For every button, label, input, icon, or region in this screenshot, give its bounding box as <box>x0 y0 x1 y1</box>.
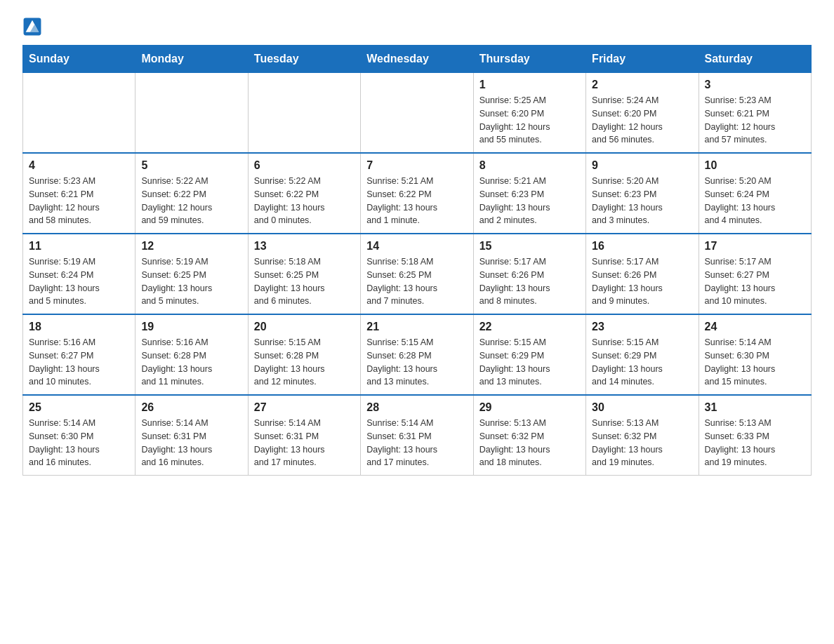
day-info: Sunrise: 5:14 AM Sunset: 6:30 PM Dayligh… <box>29 417 129 469</box>
day-number: 22 <box>479 321 580 333</box>
day-info: Sunrise: 5:23 AM Sunset: 6:21 PM Dayligh… <box>705 94 805 147</box>
calendar-day-18: 18Sunrise: 5:16 AM Sunset: 6:27 PM Dayli… <box>23 314 135 395</box>
calendar-day-6: 6Sunrise: 5:22 AM Sunset: 6:22 PM Daylig… <box>248 153 360 234</box>
calendar-day-11: 11Sunrise: 5:19 AM Sunset: 6:24 PM Dayli… <box>23 234 135 314</box>
calendar-day-7: 7Sunrise: 5:21 AM Sunset: 6:22 PM Daylig… <box>361 153 473 234</box>
calendar-day-17: 17Sunrise: 5:17 AM Sunset: 6:27 PM Dayli… <box>699 234 811 314</box>
calendar-day-25: 25Sunrise: 5:14 AM Sunset: 6:30 PM Dayli… <box>23 395 135 476</box>
day-number: 21 <box>366 321 467 333</box>
weekday-header-friday: Friday <box>586 46 699 73</box>
day-number: 13 <box>254 240 355 253</box>
calendar-day-1: 1Sunrise: 5:25 AM Sunset: 6:20 PM Daylig… <box>473 73 585 154</box>
logo <box>22 17 45 36</box>
calendar-table: SundayMondayTuesdayWednesdayThursdayFrid… <box>22 45 812 476</box>
logo-icon <box>22 17 42 36</box>
day-number: 11 <box>29 240 129 253</box>
day-info: Sunrise: 5:15 AM Sunset: 6:28 PM Dayligh… <box>366 336 467 389</box>
calendar-day-14: 14Sunrise: 5:18 AM Sunset: 6:25 PM Dayli… <box>361 234 473 314</box>
day-number: 6 <box>254 159 355 172</box>
calendar-week-row: 11Sunrise: 5:19 AM Sunset: 6:24 PM Dayli… <box>23 234 812 314</box>
day-info: Sunrise: 5:17 AM Sunset: 6:27 PM Dayligh… <box>705 255 805 308</box>
day-number: 5 <box>141 159 241 172</box>
calendar-day-29: 29Sunrise: 5:13 AM Sunset: 6:32 PM Dayli… <box>473 395 585 476</box>
day-number: 17 <box>705 240 805 253</box>
calendar-day-5: 5Sunrise: 5:22 AM Sunset: 6:22 PM Daylig… <box>135 153 248 234</box>
calendar-day-26: 26Sunrise: 5:14 AM Sunset: 6:31 PM Dayli… <box>135 395 248 476</box>
calendar-day-empty <box>135 73 248 154</box>
calendar-day-23: 23Sunrise: 5:15 AM Sunset: 6:29 PM Dayli… <box>586 314 699 395</box>
weekday-header-tuesday: Tuesday <box>248 46 360 73</box>
day-info: Sunrise: 5:23 AM Sunset: 6:21 PM Dayligh… <box>29 175 129 227</box>
day-info: Sunrise: 5:13 AM Sunset: 6:32 PM Dayligh… <box>479 417 580 469</box>
calendar-day-31: 31Sunrise: 5:13 AM Sunset: 6:33 PM Dayli… <box>699 395 811 476</box>
calendar-week-row: 25Sunrise: 5:14 AM Sunset: 6:30 PM Dayli… <box>23 395 812 476</box>
day-info: Sunrise: 5:18 AM Sunset: 6:25 PM Dayligh… <box>366 255 467 308</box>
day-number: 24 <box>705 321 805 333</box>
calendar-day-10: 10Sunrise: 5:20 AM Sunset: 6:24 PM Dayli… <box>699 153 811 234</box>
day-info: Sunrise: 5:14 AM Sunset: 6:30 PM Dayligh… <box>705 336 805 389</box>
day-info: Sunrise: 5:16 AM Sunset: 6:27 PM Dayligh… <box>29 336 129 389</box>
day-info: Sunrise: 5:15 AM Sunset: 6:28 PM Dayligh… <box>254 336 355 389</box>
day-info: Sunrise: 5:17 AM Sunset: 6:26 PM Dayligh… <box>592 255 692 308</box>
day-number: 14 <box>366 240 467 253</box>
day-number: 29 <box>479 401 580 414</box>
day-info: Sunrise: 5:18 AM Sunset: 6:25 PM Dayligh… <box>254 255 355 308</box>
calendar-week-row: 18Sunrise: 5:16 AM Sunset: 6:27 PM Dayli… <box>23 314 812 395</box>
calendar-day-9: 9Sunrise: 5:20 AM Sunset: 6:23 PM Daylig… <box>586 153 699 234</box>
day-number: 19 <box>141 321 241 333</box>
day-info: Sunrise: 5:14 AM Sunset: 6:31 PM Dayligh… <box>366 417 467 469</box>
day-info: Sunrise: 5:20 AM Sunset: 6:23 PM Dayligh… <box>592 175 692 227</box>
calendar-day-20: 20Sunrise: 5:15 AM Sunset: 6:28 PM Dayli… <box>248 314 360 395</box>
calendar-day-21: 21Sunrise: 5:15 AM Sunset: 6:28 PM Dayli… <box>361 314 473 395</box>
day-number: 7 <box>366 159 467 172</box>
day-number: 23 <box>592 321 692 333</box>
calendar-day-empty <box>361 73 473 154</box>
day-number: 28 <box>366 401 467 414</box>
day-number: 27 <box>254 401 355 414</box>
calendar-day-8: 8Sunrise: 5:21 AM Sunset: 6:23 PM Daylig… <box>473 153 585 234</box>
calendar-day-27: 27Sunrise: 5:14 AM Sunset: 6:31 PM Dayli… <box>248 395 360 476</box>
calendar-day-empty <box>23 73 135 154</box>
day-info: Sunrise: 5:25 AM Sunset: 6:20 PM Dayligh… <box>479 94 580 147</box>
calendar-day-24: 24Sunrise: 5:14 AM Sunset: 6:30 PM Dayli… <box>699 314 811 395</box>
calendar-header-row: SundayMondayTuesdayWednesdayThursdayFrid… <box>23 46 812 73</box>
day-number: 8 <box>479 159 580 172</box>
weekday-header-sunday: Sunday <box>23 46 135 73</box>
calendar-day-2: 2Sunrise: 5:24 AM Sunset: 6:20 PM Daylig… <box>586 73 699 154</box>
weekday-header-thursday: Thursday <box>473 46 585 73</box>
day-info: Sunrise: 5:17 AM Sunset: 6:26 PM Dayligh… <box>479 255 580 308</box>
day-info: Sunrise: 5:13 AM Sunset: 6:33 PM Dayligh… <box>705 417 805 469</box>
day-info: Sunrise: 5:15 AM Sunset: 6:29 PM Dayligh… <box>479 336 580 389</box>
calendar-day-4: 4Sunrise: 5:23 AM Sunset: 6:21 PM Daylig… <box>23 153 135 234</box>
day-number: 3 <box>705 79 805 91</box>
day-number: 18 <box>29 321 129 333</box>
day-number: 9 <box>592 159 692 172</box>
calendar-day-12: 12Sunrise: 5:19 AM Sunset: 6:25 PM Dayli… <box>135 234 248 314</box>
day-number: 12 <box>141 240 241 253</box>
calendar-day-empty <box>248 73 360 154</box>
weekday-header-wednesday: Wednesday <box>361 46 473 73</box>
day-number: 15 <box>479 240 580 253</box>
calendar-day-16: 16Sunrise: 5:17 AM Sunset: 6:26 PM Dayli… <box>586 234 699 314</box>
calendar-day-28: 28Sunrise: 5:14 AM Sunset: 6:31 PM Dayli… <box>361 395 473 476</box>
day-number: 16 <box>592 240 692 253</box>
day-info: Sunrise: 5:21 AM Sunset: 6:22 PM Dayligh… <box>366 175 467 227</box>
day-info: Sunrise: 5:19 AM Sunset: 6:24 PM Dayligh… <box>29 255 129 308</box>
day-number: 1 <box>479 79 580 91</box>
calendar-day-15: 15Sunrise: 5:17 AM Sunset: 6:26 PM Dayli… <box>473 234 585 314</box>
calendar-day-19: 19Sunrise: 5:16 AM Sunset: 6:28 PM Dayli… <box>135 314 248 395</box>
day-info: Sunrise: 5:24 AM Sunset: 6:20 PM Dayligh… <box>592 94 692 147</box>
page-header <box>22 17 812 36</box>
day-number: 2 <box>592 79 692 91</box>
day-number: 25 <box>29 401 129 414</box>
calendar-day-13: 13Sunrise: 5:18 AM Sunset: 6:25 PM Dayli… <box>248 234 360 314</box>
calendar-day-30: 30Sunrise: 5:13 AM Sunset: 6:32 PM Dayli… <box>586 395 699 476</box>
day-info: Sunrise: 5:14 AM Sunset: 6:31 PM Dayligh… <box>141 417 241 469</box>
day-number: 20 <box>254 321 355 333</box>
day-info: Sunrise: 5:13 AM Sunset: 6:32 PM Dayligh… <box>592 417 692 469</box>
calendar-day-22: 22Sunrise: 5:15 AM Sunset: 6:29 PM Dayli… <box>473 314 585 395</box>
weekday-header-saturday: Saturday <box>699 46 811 73</box>
day-number: 26 <box>141 401 241 414</box>
day-info: Sunrise: 5:22 AM Sunset: 6:22 PM Dayligh… <box>254 175 355 227</box>
day-number: 30 <box>592 401 692 414</box>
